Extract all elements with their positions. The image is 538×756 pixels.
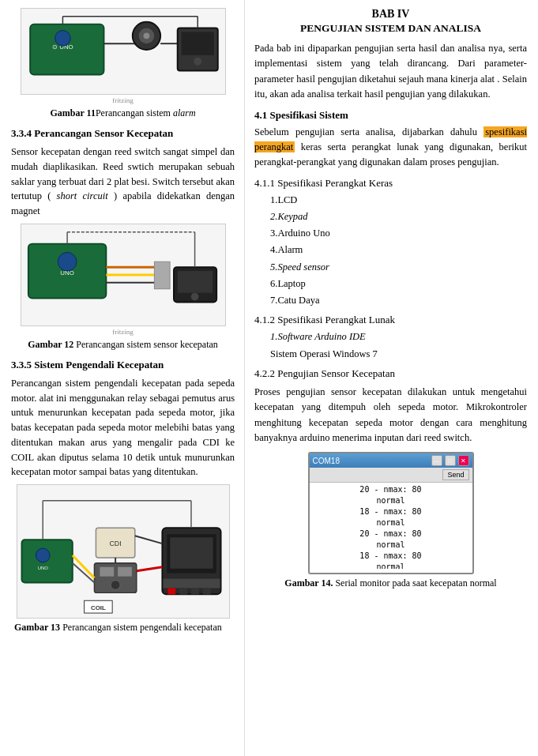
svg-rect-10 xyxy=(181,32,213,55)
svg-line-49 xyxy=(136,567,162,571)
svg-rect-40 xyxy=(170,537,213,569)
list-item-catu: 7.Catu Daya xyxy=(270,292,527,309)
serial-monitor[interactable]: COM18 — □ ✕ Send 20 - nmax: 80 normal 18… xyxy=(308,452,474,574)
chapter-intro: Pada bab ini dipaparkan pengujian serta … xyxy=(254,41,527,103)
figure-14-block: COM18 — □ ✕ Send 20 - nmax: 80 normal 18… xyxy=(254,452,527,589)
serial-monitor-port: COM18 xyxy=(313,457,340,465)
svg-rect-35 xyxy=(100,567,114,577)
serial-toolbar: Send xyxy=(310,468,472,483)
section-422-heading: 4.2.2 Pengujian Sensor Kecepatan xyxy=(254,367,527,380)
section-412-heading: 4.1.2 Spesifikasi Perangkat Lunak xyxy=(254,314,527,326)
fritzing-label-1: fritzing xyxy=(11,96,235,104)
svg-point-7 xyxy=(143,32,149,39)
maximize-btn[interactable]: □ xyxy=(445,455,456,466)
figure-13-block: UNO CDI xyxy=(11,484,235,634)
svg-rect-22 xyxy=(154,261,170,288)
svg-text:CDI: CDI xyxy=(109,540,121,547)
svg-text:UNO: UNO xyxy=(60,269,73,276)
svg-text:COIL: COIL xyxy=(90,604,105,611)
software-list: 1.Software Arduino IDE Sistem Operasi Wi… xyxy=(270,329,527,363)
svg-rect-24 xyxy=(177,271,212,293)
svg-point-3 xyxy=(55,30,70,46)
svg-line-50 xyxy=(134,536,162,543)
list-item-os: Sistem Operasi Windows 7 xyxy=(270,346,527,363)
close-btn[interactable]: ✕ xyxy=(458,455,469,466)
figure-13-image: UNO CDI xyxy=(17,484,230,619)
svg-point-11 xyxy=(194,58,201,66)
window-controls: — □ ✕ xyxy=(431,455,469,466)
fig14-caption: Gambar 14. Serial monitor pada saat kece… xyxy=(254,577,527,589)
list-item-keypad: 2.Keypad xyxy=(270,209,527,225)
fig13-caption: Gambar 13 Perancangan sistem pengendali … xyxy=(11,622,235,634)
section-411-heading: 4.1.1 Spesifikasi Perangkat Keras xyxy=(254,177,527,190)
list-item-laptop: 6.Laptop xyxy=(270,276,527,292)
figure-12-image: UNO xyxy=(21,224,226,326)
svg-rect-42 xyxy=(167,588,175,594)
list-item-lcd: 1.LCD xyxy=(270,192,527,209)
section-41-body: Sebelum pengujian serta analisa, dijabar… xyxy=(254,125,527,171)
section-334-heading: 3.3.4 Perancangan Sensor Kecepatan xyxy=(11,127,235,140)
svg-rect-45 xyxy=(202,588,210,594)
svg-text:UNO: UNO xyxy=(37,566,48,570)
svg-point-37 xyxy=(111,581,120,590)
section-422-body: Proses pengujian sensor kecepatan dilaku… xyxy=(254,385,527,446)
serial-line-2: normal xyxy=(313,495,469,506)
svg-rect-43 xyxy=(179,588,187,594)
serial-line-5: 20 - nmax: 80 xyxy=(313,528,469,540)
minimize-btn[interactable]: — xyxy=(431,455,442,466)
section-412: 4.1.2 Spesifikasi Perangkat Lunak 1.Soft… xyxy=(254,314,527,363)
figure-11-block: ⊙ UNO xyxy=(11,8,235,119)
serial-monitor-titlebar: COM18 — □ ✕ xyxy=(310,453,472,468)
section-411: 4.1.1 Spesifikasi Perangkat Keras 1.LCD … xyxy=(254,177,527,310)
send-button[interactable]: Send xyxy=(442,469,468,480)
serial-line-4: normal xyxy=(313,517,469,528)
svg-rect-44 xyxy=(190,588,198,594)
section-334-body: Sensor kecepatan dengan reed switch sang… xyxy=(11,145,235,219)
section-335-body: Perancangan sistem pengendali kecepatan … xyxy=(11,376,235,480)
list-item-software: 1.Software Arduino IDE xyxy=(270,329,527,345)
fritzing-label-2: fritzing xyxy=(11,328,235,336)
svg-point-17 xyxy=(58,252,77,271)
page: ⊙ UNO xyxy=(0,0,538,756)
right-column: BAB IV PENGUJIAN SISTEM DAN ANALISA Pada… xyxy=(245,0,538,756)
fig12-caption: Gambar 12 Perancangan sistem sensor kece… xyxy=(11,339,235,351)
list-item-arduino: 3.Arduino Uno xyxy=(270,225,527,242)
list-item-alarm: 4.Alarm xyxy=(270,242,527,258)
svg-rect-41 xyxy=(163,579,220,589)
serial-line-1: 20 - nmax: 80 xyxy=(313,484,469,495)
section-41-heading: 4.1 Spesifikasi Sistem xyxy=(254,109,527,122)
fig11-caption: Gambar 11Perancangan sistem alarm xyxy=(11,107,235,119)
hardware-list: 1.LCD 2.Keypad 3.Arduino Uno 4.Alarm 5.S… xyxy=(270,192,527,310)
chapter-subtitle: PENGUJIAN SISTEM DAN ANALISA xyxy=(254,22,527,35)
chapter-title: BAB IV xyxy=(254,8,527,21)
serial-line-7: 18 - nmax: 80 xyxy=(313,551,469,562)
left-column: ⊙ UNO xyxy=(0,0,245,756)
svg-rect-36 xyxy=(118,567,132,577)
svg-point-25 xyxy=(190,292,198,300)
serial-output: 20 - nmax: 80 normal 18 - nmax: 80 norma… xyxy=(310,483,472,569)
serial-line-3: 18 - nmax: 80 xyxy=(313,506,469,517)
serial-line-8: normal xyxy=(313,562,469,569)
list-item-speed: 5.Speed sensor xyxy=(270,259,527,276)
svg-point-30 xyxy=(36,548,50,562)
short-circuit-text: short circuit xyxy=(57,190,108,201)
figure-11-image: ⊙ UNO xyxy=(21,8,226,95)
figure-12-block: UNO fritzing xyxy=(11,224,235,351)
section-335-heading: 3.3.5 Sistem Pengendali Kecepatan xyxy=(11,359,235,371)
serial-line-6: normal xyxy=(313,540,469,551)
